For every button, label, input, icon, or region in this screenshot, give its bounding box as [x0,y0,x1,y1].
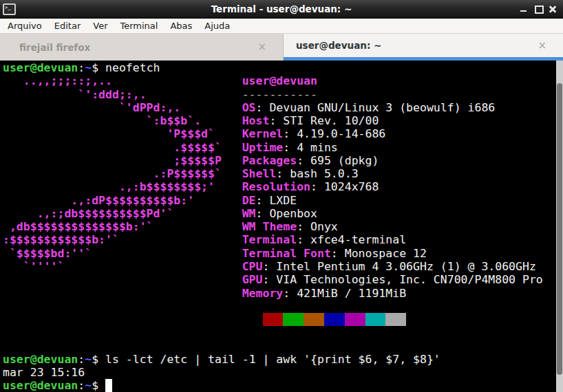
terminal-text: : STI Rev. 10/00 [269,114,379,127]
color-block [365,313,386,326]
terminal-line: Memory: 421MiB / 1191MiB [3,287,556,300]
terminal-text: : Onyx [297,220,338,233]
terminal-text: ~ [85,61,92,74]
ascii-art-text [3,287,242,300]
terminal-text: DE [242,194,256,207]
ascii-art-text: .,:b$$$$$$$$;' [3,180,242,193]
terminal-text: Terminal Font [242,247,331,260]
menu-abas[interactable]: Abas [164,19,198,33]
ascii-art-text: ..,,;;;::;,.. [3,74,242,87]
terminal-text: : Openbox [256,207,317,220]
terminal-line: user@devuan:~$ ls -lct /etc | tail -1 | … [3,353,556,366]
scrollbar[interactable] [556,61,563,392]
window-controls [519,4,563,14]
terminal-text: : xfce4-terminal [297,233,406,246]
terminal-text: Host [242,114,270,127]
ascii-art-text [3,273,242,286]
ascii-art-text: `$$$$$bd:''` [3,247,242,260]
tab-user-devuan[interactable]: user@devuan: ~ × [284,34,563,61]
terminal-text: Packages [242,154,297,167]
terminal-window: >_ Terminal - user@devuan: ~ Arquivo Edi… [0,0,563,392]
terminal-line: ..,,;;;::;,.. user@devuan [3,74,556,87]
menu-terminal[interactable]: Terminal [114,19,164,33]
terminal-text: user@devuan [242,74,317,87]
terminal-text: ----------- [242,88,317,101]
terminal-text: Terminal [242,233,297,246]
minimize-button[interactable] [519,4,529,14]
terminal-line: .:P$$$$$$` Shell: bash 5.0.3 [3,167,556,180]
terminal-text: : Monospace 12 [331,247,427,260]
terminal-line: .,:dP$$$$$$$$$$b:' DE: LXDE [3,194,556,207]
terminal-line [3,313,556,326]
terminal-app-icon-glyph: >_ [4,5,10,10]
terminal-line [3,326,556,339]
terminal-text: WM Theme [242,220,297,233]
ascii-art-text: .$$$$$` [3,141,242,154]
terminal-content: user@devuan:~$ neofetch ..,,;;;::;,.. us… [0,61,563,392]
terminal-text: : LXDE [256,194,297,207]
terminal-line: GPU: VIA Technologies, Inc. CN700/P4M800… [3,273,556,286]
tab-close-icon[interactable]: × [257,42,266,52]
terminal-text: user@devuan [3,61,78,74]
terminal-text: ~ [85,379,92,392]
color-block [304,313,324,326]
terminal-text: ~ [85,353,92,366]
terminal-line: .,:b$$$$$$$$;' Resolution: 1024x768 [3,180,556,193]
terminal-line [3,300,556,313]
text-cursor [105,379,112,392]
ascii-art-text: :$$$$$$$$$$$$b:'` [3,233,242,246]
tab-label: firejail firefox [0,42,90,53]
terminal-text: : Devuan GNU/Linux 3 (beowulf) i686 [256,101,496,114]
terminal-line: user@devuan:~$ [3,379,556,392]
terminal-text: WM [242,207,256,220]
terminal-text: mar 23 15:16 [3,366,85,379]
ascii-art-text: `'dPPd:,. [3,101,242,114]
terminal-text: Shell [242,167,277,180]
terminal-text: $ neofetch [92,61,160,74]
terminal-output[interactable]: user@devuan:~$ neofetch ..,,;;;::;,.. us… [0,61,556,392]
color-block [324,313,345,326]
terminal-text: : 4.19.0-14-686 [283,127,385,140]
terminal-text: Uptime [242,141,284,154]
terminal-text: GPU [242,273,263,286]
ascii-art-text: .,:;db$$$$$$$$$$Pd'` [3,207,242,220]
terminal-text: : 421MiB / 1191MiB [283,287,406,300]
close-button[interactable] [548,4,557,14]
terminal-text: user@devuan [3,353,78,366]
terminal-text: Memory [242,287,284,300]
window-title: Terminal - user@devuan: ~ [0,3,563,14]
terminal-line: user@devuan:~$ neofetch [3,61,556,74]
terminal-line: 'P$$$d` Kernel: 4.19.0-14-686 [3,127,556,140]
terminal-text: : [78,61,85,74]
color-block [345,313,365,326]
terminal-text: user@devuan [3,379,78,392]
terminal-text: $ [92,379,105,392]
terminal-text: $ ls -lct /etc | tail -1 | awk '{print $… [92,353,440,366]
terminal-text: : 695 (dpkg) [297,154,379,167]
menu-editar[interactable]: Editar [48,19,87,33]
terminal-line [3,340,556,353]
terminal-text: : [78,353,85,366]
ascii-art-text: `':ddd;:,. [3,88,242,101]
menu-ajuda[interactable]: Ajuda [198,19,236,33]
ascii-art-text: .:P$$$$$$` [3,167,242,180]
tab-label: user@devuan: ~ [284,40,381,51]
menu-ver[interactable]: Ver [87,19,114,33]
titlebar[interactable]: >_ Terminal - user@devuan: ~ [0,0,563,19]
terminal-text: CPU [242,260,263,273]
tab-bar: firejail firefox × user@devuan: ~ × [0,34,563,61]
tab-close-icon[interactable]: × [538,41,546,51]
terminal-line: .,:;db$$$$$$$$$$Pd'` WM: Openbox [3,207,556,220]
color-block [385,313,406,326]
color-block [283,313,304,326]
terminal-text: : 4 mins [283,141,337,154]
terminal-text: : VIA Technologies, Inc. CN700/P4M800 Pr… [263,273,543,286]
scrollbar-thumb[interactable] [557,83,562,375]
tab-firejail-firefox[interactable]: firejail firefox × [0,34,284,61]
terminal-text: : bash 5.0.3 [276,167,358,180]
ascii-art-text: .,:dP$$$$$$$$$$b:' [3,194,242,207]
terminal-text: : Intel Pentium 4 3.06GHz (1) @ 3.060GHz [263,260,536,273]
menu-arquivo[interactable]: Arquivo [1,19,48,33]
color-block [242,313,263,326]
maximize-button[interactable] [533,4,543,14]
